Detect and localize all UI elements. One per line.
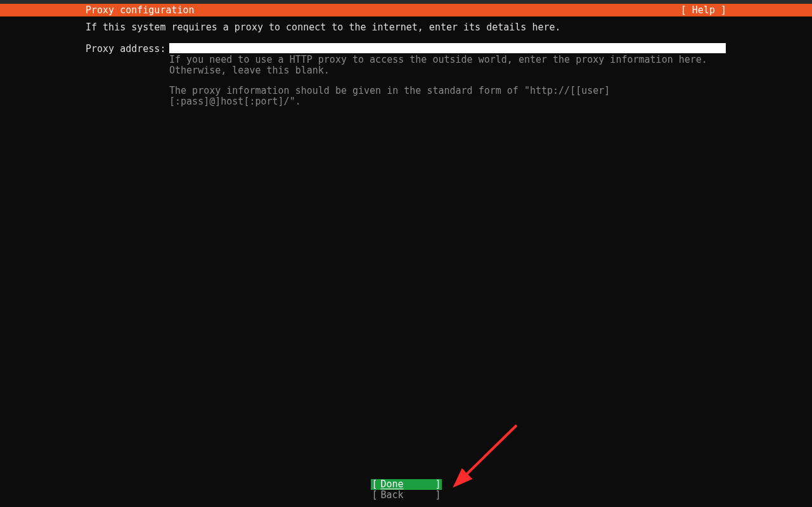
header-bar: Proxy configuration [ Help ] [0, 4, 812, 16]
back-button-label: Back [377, 490, 404, 501]
page-title: Proxy configuration [0, 4, 195, 16]
installer-window: Proxy configuration [ Help ] If this sys… [0, 0, 812, 507]
back-button[interactable]: [ Back ] [371, 490, 442, 501]
proxy-row: Proxy address: If you need to use a HTTP… [0, 43, 812, 75]
done-button-label: Done [377, 479, 404, 490]
proxy-help-text-2: The proxy information should be given in… [0, 86, 726, 106]
proxy-address-input[interactable] [169, 43, 726, 53]
help-button[interactable]: [ Help ] [681, 4, 812, 16]
bracket-left-icon: [ [371, 479, 377, 490]
footer-buttons: [ Done ] [ Back ] [0, 479, 812, 501]
content-area: If this system requires a proxy to conne… [0, 16, 812, 106]
proxy-input-column: If you need to use a HTTP proxy to acces… [169, 43, 726, 75]
svg-line-1 [456, 425, 517, 484]
proxy-help-text-1: If you need to use a HTTP proxy to acces… [169, 55, 726, 75]
bracket-right-icon: ] [435, 490, 442, 501]
done-button[interactable]: [ Done ] [371, 479, 442, 490]
proxy-label: Proxy address: [86, 43, 169, 55]
intro-text: If this system requires a proxy to conne… [0, 22, 812, 33]
bracket-right-icon: ] [435, 479, 442, 490]
bracket-left-icon: [ [371, 490, 377, 501]
